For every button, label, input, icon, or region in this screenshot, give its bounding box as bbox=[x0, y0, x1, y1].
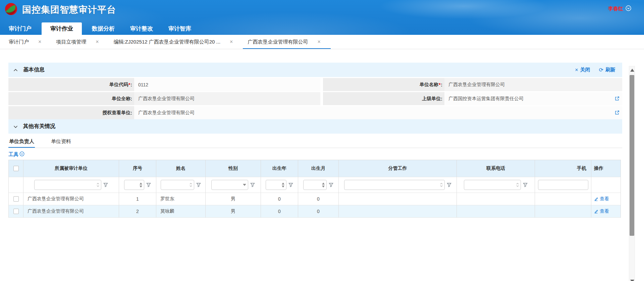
cell-birth-month: 0 bbox=[298, 193, 339, 205]
filter-input-duty[interactable] bbox=[344, 180, 445, 190]
workspace-tab-project-mgmt[interactable]: 项目立项管理 × bbox=[51, 35, 109, 49]
filter-funnel-icon[interactable] bbox=[250, 183, 255, 187]
external-link-icon[interactable] bbox=[615, 96, 620, 102]
collapse-chevron-up-icon[interactable] bbox=[13, 67, 18, 73]
unit-name-field[interactable]: 广西农垦企业管理有限公司 bbox=[444, 78, 622, 91]
col-header-name[interactable]: 姓名 bbox=[156, 160, 206, 177]
col-header-duty[interactable]: 分管工作 bbox=[339, 160, 457, 177]
page-actions: × 关闭 ⟳ 刷新 bbox=[575, 67, 615, 73]
cell-audited-unit: 广西农垦企业管理有限公司 bbox=[23, 205, 119, 218]
col-header-audited-unit[interactable]: 所属被审计单位 bbox=[23, 160, 119, 177]
filter-input-tel[interactable] bbox=[464, 180, 521, 190]
unit-full-name-value: 广西农垦企业管理有限公司 bbox=[138, 96, 195, 102]
tab-close-icon[interactable]: × bbox=[96, 39, 99, 45]
dropdown-arrow-icon[interactable] bbox=[243, 184, 246, 186]
col-header-seq[interactable]: 序号 bbox=[119, 160, 156, 177]
user-chevron-down-icon[interactable] bbox=[626, 5, 631, 12]
filter-input-seq[interactable] bbox=[124, 180, 144, 190]
workspace-tab-portal[interactable]: 审计门户 × bbox=[4, 35, 51, 49]
cell-mobile bbox=[535, 193, 591, 205]
nav-item-audit-rectify[interactable]: 审计整改 bbox=[125, 22, 158, 35]
vertical-scrollbar[interactable] bbox=[629, 66, 635, 281]
combo-chevrons-icon bbox=[97, 183, 99, 187]
form-gap bbox=[320, 92, 323, 105]
cell-mobile bbox=[535, 205, 591, 218]
filter-funnel-icon[interactable] bbox=[329, 183, 333, 187]
tools-row: 工具 bbox=[8, 150, 644, 159]
tab-close-icon[interactable]: × bbox=[317, 39, 320, 45]
number-spinner-icon[interactable] bbox=[322, 183, 325, 188]
edit-pencil-icon bbox=[594, 197, 598, 201]
table-filter-row bbox=[9, 177, 621, 193]
section-other-info-header[interactable]: 其他有关情况 bbox=[8, 119, 622, 134]
scroll-down-arrow-icon[interactable] bbox=[630, 280, 634, 281]
tools-menu-button[interactable]: 工具 bbox=[8, 151, 18, 158]
table-header-row: 所属被审计单位 序号 姓名 性别 出生年 出生月 分管工作 联系电话 手机 操作 bbox=[9, 160, 621, 177]
number-spinner-icon[interactable] bbox=[140, 183, 142, 188]
col-header-gender[interactable]: 性别 bbox=[206, 160, 261, 177]
unit-leaders-table: 所属被审计单位 序号 姓名 性别 出生年 出生月 分管工作 联系电话 手机 操作 bbox=[8, 160, 621, 218]
cell-seq: 1 bbox=[119, 193, 156, 205]
workspace-tab-edit-project[interactable]: 编辑:ZJ202512 广西农垦企业管理有限公司20 ... × bbox=[109, 35, 243, 49]
filter-funnel-icon[interactable] bbox=[103, 183, 108, 187]
filter-input-birth-year[interactable] bbox=[266, 180, 286, 190]
filter-funnel-icon[interactable] bbox=[288, 183, 293, 187]
user-name: 李春红 bbox=[608, 6, 623, 12]
filter-funnel-icon[interactable] bbox=[447, 183, 451, 187]
col-header-tel[interactable]: 联系电话 bbox=[457, 160, 535, 177]
tab-close-icon[interactable]: × bbox=[230, 39, 233, 45]
parent-unit-value: 广西国控资本运营集团有限责任公司 bbox=[448, 96, 524, 102]
scroll-up-arrow-icon[interactable] bbox=[630, 69, 634, 72]
authorized-units-label: 授权查看单位: bbox=[8, 106, 134, 119]
external-link-icon[interactable] bbox=[615, 110, 620, 116]
scrollbar-thumb[interactable] bbox=[630, 75, 634, 236]
section-basic-info-header[interactable]: 基本信息 bbox=[8, 63, 622, 77]
filter-input-mobile[interactable] bbox=[538, 180, 588, 190]
unit-full-name-field[interactable]: 广西农垦企业管理有限公司 bbox=[134, 92, 320, 105]
parent-unit-field[interactable]: 广西国控资本运营集团有限责任公司 bbox=[444, 92, 622, 105]
filter-funnel-icon[interactable] bbox=[196, 183, 201, 187]
user-menu[interactable]: 李春红 bbox=[608, 5, 631, 12]
select-all-checkbox[interactable] bbox=[13, 166, 19, 171]
nav-item-audit-library[interactable]: 审计智库 bbox=[163, 22, 197, 35]
tab-close-icon[interactable]: × bbox=[38, 39, 41, 45]
combo-chevrons-icon bbox=[190, 183, 192, 187]
unit-code-field[interactable]: 0112 bbox=[134, 78, 320, 91]
table-row[interactable]: 广西农垦企业管理有限公司 2 莫咏麟 男 0 0 查看 bbox=[9, 205, 621, 218]
col-header-birth-month[interactable]: 出生月 bbox=[298, 160, 339, 177]
row-checkbox[interactable] bbox=[13, 196, 19, 202]
combo-chevrons-icon bbox=[440, 183, 443, 187]
col-header-mobile[interactable]: 手机 bbox=[535, 160, 591, 177]
filter-select-gender[interactable] bbox=[211, 180, 248, 190]
row-checkbox[interactable] bbox=[13, 209, 19, 214]
refresh-page-button[interactable]: ⟳ 刷新 bbox=[599, 67, 615, 73]
filter-input-audited-unit[interactable] bbox=[34, 180, 101, 190]
tools-chevron-down-icon[interactable] bbox=[19, 151, 24, 158]
app-title: 国控集团智慧审计平台 bbox=[22, 4, 116, 16]
subtab-unit-leaders[interactable]: 单位负责人 bbox=[8, 135, 35, 148]
filter-input-birth-month[interactable] bbox=[303, 180, 327, 190]
nav-item-data-analysis[interactable]: 数据分析 bbox=[87, 22, 120, 35]
view-row-button[interactable]: 查看 bbox=[591, 196, 609, 202]
authorized-units-field[interactable]: 广西农垦企业管理有限公司 bbox=[134, 106, 622, 119]
filter-funnel-icon[interactable] bbox=[523, 183, 528, 187]
refresh-label: 刷新 bbox=[605, 67, 615, 73]
workspace-tab-unit-detail[interactable]: 广西农垦企业管理有限公司 × bbox=[243, 35, 330, 49]
filter-input-name[interactable] bbox=[161, 180, 194, 190]
col-header-birth-year[interactable]: 出生年 bbox=[261, 160, 298, 177]
app-header: 国控集团智慧审计平台 李春红 审计门户 审计作业 数据分析 审计整改 审计智库 bbox=[0, 0, 644, 35]
nav-item-audit-work[interactable]: 审计作业 bbox=[42, 22, 82, 35]
subtab-unit-files[interactable]: 单位资料 bbox=[50, 135, 72, 148]
nav-item-audit-portal[interactable]: 审计门户 bbox=[3, 22, 37, 35]
collapse-chevron-down-icon[interactable] bbox=[13, 124, 18, 130]
number-spinner-icon[interactable] bbox=[282, 183, 284, 188]
basic-info-form: 单位代码*: 0112 单位名称*: 广西农垦企业管理有限公司 单位全称: 广西… bbox=[8, 78, 622, 119]
tab-label: 广西农垦企业管理有限公司 bbox=[248, 39, 308, 45]
close-page-button[interactable]: × 关闭 bbox=[575, 67, 590, 73]
cell-audited-unit: 广西农垦企业管理有限公司 bbox=[23, 193, 119, 205]
section-title: 基本信息 bbox=[23, 66, 45, 73]
table-row[interactable]: 广西农垦企业管理有限公司 1 罗世东 男 0 0 查看 bbox=[9, 193, 621, 205]
filter-funnel-icon[interactable] bbox=[146, 183, 151, 187]
view-row-button[interactable]: 查看 bbox=[591, 208, 609, 214]
cell-tel bbox=[457, 193, 535, 205]
